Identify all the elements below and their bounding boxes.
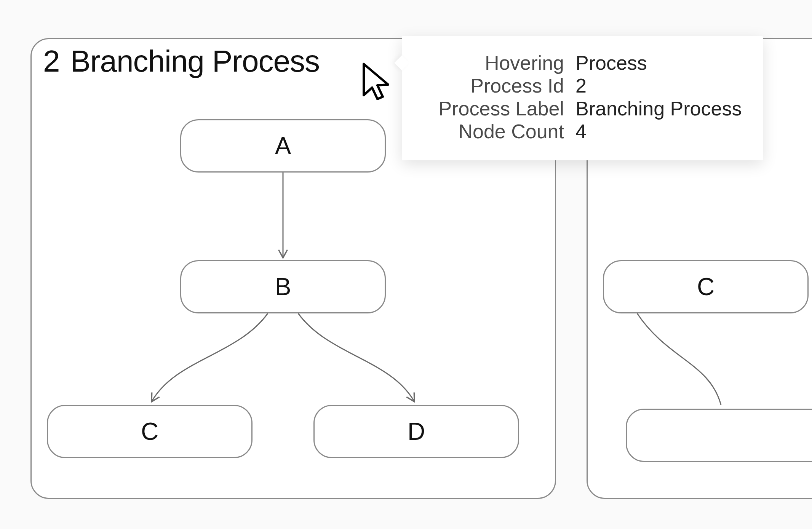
- node-d[interactable]: D: [313, 405, 519, 458]
- node-b[interactable]: B: [180, 260, 386, 313]
- node-label: C: [697, 273, 714, 301]
- process-title: 2 Branching Process: [43, 46, 320, 77]
- tooltip-key: Hovering: [423, 51, 564, 74]
- tooltip-key: Node Count: [423, 120, 564, 143]
- node-label: C: [141, 417, 158, 446]
- process-name-label: Branching Process: [70, 46, 320, 77]
- process-id-label: 2: [43, 46, 60, 77]
- node-label: A: [275, 132, 291, 160]
- tooltip-row: Process Label Branching Process: [423, 97, 742, 120]
- node-label: D: [408, 417, 425, 446]
- node-a[interactable]: A: [180, 119, 386, 173]
- diagram-canvas[interactable]: 2 Branching Process A B C: [0, 0, 812, 529]
- tooltip-row: Process Id 2: [423, 74, 742, 97]
- node-c[interactable]: C: [47, 405, 253, 458]
- tooltip-key: Process Id: [423, 74, 564, 97]
- tooltip-val: Branching Process: [575, 97, 742, 120]
- tooltip-key: Process Label: [423, 97, 564, 120]
- tooltip-val: Process: [575, 51, 647, 74]
- node-peek-lower[interactable]: [626, 409, 812, 462]
- tooltip-row: Hovering Process: [423, 51, 742, 74]
- tooltip-val: 4: [575, 120, 587, 143]
- node-label: B: [275, 273, 291, 301]
- hover-tooltip: Hovering Process Process Id 2 Process La…: [402, 36, 763, 160]
- tooltip-val: 2: [575, 74, 587, 97]
- node-c-peek[interactable]: C: [603, 260, 809, 313]
- tooltip-row: Node Count 4: [423, 120, 742, 143]
